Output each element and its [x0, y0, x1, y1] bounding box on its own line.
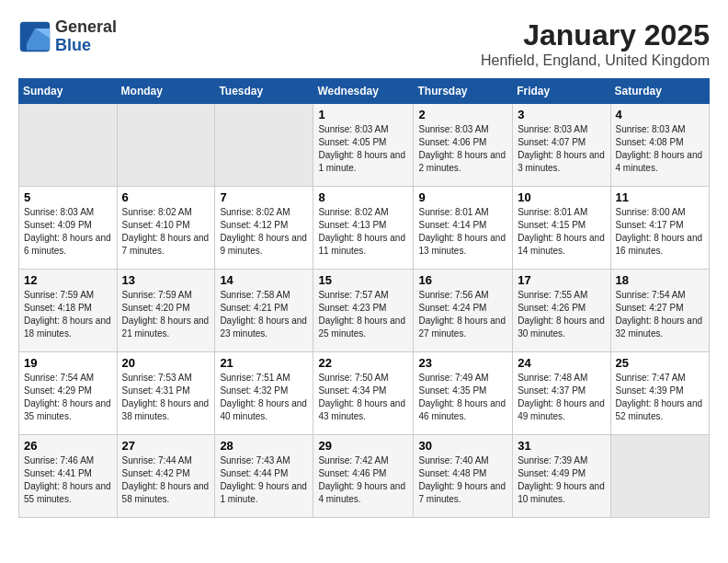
- calendar-cell: 17Sunrise: 7:55 AMSunset: 4:26 PMDayligh…: [513, 270, 610, 352]
- day-number: 24: [518, 356, 605, 370]
- day-info: Sunrise: 8:02 AMSunset: 4:12 PMDaylight:…: [220, 206, 308, 258]
- day-number: 16: [418, 273, 507, 287]
- day-number: 10: [518, 190, 605, 204]
- calendar-cell: 30Sunrise: 7:40 AMSunset: 4:48 PMDayligh…: [414, 435, 513, 518]
- weekday-header-friday: Friday: [513, 79, 610, 104]
- day-number: 23: [418, 356, 507, 370]
- calendar-cell: 18Sunrise: 7:54 AMSunset: 4:27 PMDayligh…: [610, 270, 709, 352]
- calendar-cell: 15Sunrise: 7:57 AMSunset: 4:23 PMDayligh…: [313, 270, 414, 352]
- page-title: January 2025: [481, 18, 710, 52]
- day-number: 11: [616, 190, 704, 204]
- day-number: 6: [122, 190, 210, 204]
- day-info: Sunrise: 7:56 AMSunset: 4:24 PMDaylight:…: [418, 289, 507, 340]
- day-number: 27: [122, 439, 210, 453]
- calendar-cell: 6Sunrise: 8:02 AMSunset: 4:10 PMDaylight…: [117, 187, 215, 270]
- day-info: Sunrise: 7:39 AMSunset: 4:49 PMDaylight:…: [518, 454, 605, 506]
- weekday-header-thursday: Thursday: [414, 79, 513, 104]
- calendar-cell: [19, 104, 118, 187]
- day-info: Sunrise: 7:51 AMSunset: 4:32 PMDaylight:…: [220, 372, 308, 423]
- calendar-cell: 21Sunrise: 7:51 AMSunset: 4:32 PMDayligh…: [215, 352, 313, 435]
- day-number: 26: [24, 439, 112, 453]
- page-subtitle: Henfield, England, United Kingdom: [481, 52, 710, 69]
- day-number: 13: [122, 273, 210, 287]
- day-info: Sunrise: 7:48 AMSunset: 4:37 PMDaylight:…: [518, 372, 605, 423]
- day-number: 12: [24, 273, 112, 287]
- day-info: Sunrise: 8:01 AMSunset: 4:15 PMDaylight:…: [518, 206, 605, 258]
- day-info: Sunrise: 8:03 AMSunset: 4:08 PMDaylight:…: [616, 123, 704, 175]
- calendar-cell: 29Sunrise: 7:42 AMSunset: 4:46 PMDayligh…: [313, 435, 414, 518]
- weekday-header-tuesday: Tuesday: [215, 79, 313, 104]
- day-number: 3: [518, 108, 605, 121]
- day-number: 2: [418, 108, 507, 121]
- day-info: Sunrise: 7:44 AMSunset: 4:42 PMDaylight:…: [122, 454, 210, 506]
- day-info: Sunrise: 7:59 AMSunset: 4:18 PMDaylight:…: [24, 289, 112, 340]
- day-number: 29: [318, 439, 408, 453]
- day-info: Sunrise: 7:50 AMSunset: 4:34 PMDaylight:…: [318, 372, 408, 423]
- weekday-header-sunday: Sunday: [19, 79, 118, 104]
- day-info: Sunrise: 7:59 AMSunset: 4:20 PMDaylight:…: [122, 289, 210, 340]
- calendar-cell: 4Sunrise: 8:03 AMSunset: 4:08 PMDaylight…: [610, 104, 709, 187]
- day-number: 9: [418, 190, 507, 204]
- title-area: January 2025 Henfield, England, United K…: [481, 18, 710, 69]
- calendar-cell: 19Sunrise: 7:54 AMSunset: 4:29 PMDayligh…: [19, 352, 118, 435]
- calendar-cell: 8Sunrise: 8:02 AMSunset: 4:13 PMDaylight…: [313, 187, 414, 270]
- day-info: Sunrise: 7:53 AMSunset: 4:31 PMDaylight:…: [122, 372, 210, 423]
- day-number: 28: [220, 439, 308, 453]
- day-number: 4: [616, 108, 704, 121]
- day-info: Sunrise: 7:58 AMSunset: 4:21 PMDaylight:…: [220, 289, 308, 340]
- day-number: 20: [122, 356, 210, 370]
- day-info: Sunrise: 8:03 AMSunset: 4:06 PMDaylight:…: [418, 123, 507, 175]
- logo-blue: Blue: [55, 37, 117, 55]
- day-info: Sunrise: 7:49 AMSunset: 4:35 PMDaylight:…: [418, 372, 507, 423]
- day-number: 21: [220, 356, 308, 370]
- calendar-cell: 12Sunrise: 7:59 AMSunset: 4:18 PMDayligh…: [19, 270, 118, 352]
- calendar-week-row: 19Sunrise: 7:54 AMSunset: 4:29 PMDayligh…: [19, 352, 710, 435]
- calendar-header-row: SundayMondayTuesdayWednesdayThursdayFrid…: [19, 79, 710, 104]
- calendar-week-row: 1Sunrise: 8:03 AMSunset: 4:05 PMDaylight…: [19, 104, 710, 187]
- calendar-cell: 2Sunrise: 8:03 AMSunset: 4:06 PMDaylight…: [414, 104, 513, 187]
- day-info: Sunrise: 7:55 AMSunset: 4:26 PMDaylight:…: [518, 289, 605, 340]
- weekday-header-saturday: Saturday: [610, 79, 709, 104]
- calendar-cell: 16Sunrise: 7:56 AMSunset: 4:24 PMDayligh…: [414, 270, 513, 352]
- day-number: 31: [518, 439, 605, 453]
- calendar-cell: 27Sunrise: 7:44 AMSunset: 4:42 PMDayligh…: [117, 435, 215, 518]
- weekday-header-monday: Monday: [117, 79, 215, 104]
- calendar-cell: 11Sunrise: 8:00 AMSunset: 4:17 PMDayligh…: [610, 187, 709, 270]
- day-number: 15: [318, 273, 408, 287]
- calendar-cell: [610, 435, 709, 518]
- logo-text: General Blue: [55, 18, 117, 55]
- logo-icon: [18, 20, 51, 53]
- calendar-week-row: 5Sunrise: 8:03 AMSunset: 4:09 PMDaylight…: [19, 187, 710, 270]
- day-info: Sunrise: 8:02 AMSunset: 4:10 PMDaylight:…: [122, 206, 210, 258]
- calendar-cell: 26Sunrise: 7:46 AMSunset: 4:41 PMDayligh…: [19, 435, 118, 518]
- day-number: 18: [616, 273, 704, 287]
- calendar-cell: 24Sunrise: 7:48 AMSunset: 4:37 PMDayligh…: [513, 352, 610, 435]
- calendar-cell: 5Sunrise: 8:03 AMSunset: 4:09 PMDaylight…: [19, 187, 118, 270]
- calendar-cell: 28Sunrise: 7:43 AMSunset: 4:44 PMDayligh…: [215, 435, 313, 518]
- day-number: 22: [318, 356, 408, 370]
- calendar-cell: [215, 104, 313, 187]
- calendar-cell: 9Sunrise: 8:01 AMSunset: 4:14 PMDaylight…: [414, 187, 513, 270]
- day-number: 30: [418, 439, 507, 453]
- logo-general: General: [55, 18, 117, 37]
- day-number: 8: [318, 190, 408, 204]
- calendar-cell: 10Sunrise: 8:01 AMSunset: 4:15 PMDayligh…: [513, 187, 610, 270]
- day-info: Sunrise: 8:00 AMSunset: 4:17 PMDaylight:…: [616, 206, 704, 258]
- day-number: 14: [220, 273, 308, 287]
- day-info: Sunrise: 8:03 AMSunset: 4:07 PMDaylight:…: [518, 123, 605, 175]
- day-info: Sunrise: 7:54 AMSunset: 4:27 PMDaylight:…: [616, 289, 704, 340]
- day-number: 25: [616, 356, 704, 370]
- day-number: 1: [318, 108, 408, 121]
- weekday-header-wednesday: Wednesday: [313, 79, 414, 104]
- day-info: Sunrise: 7:47 AMSunset: 4:39 PMDaylight:…: [616, 372, 704, 423]
- calendar-cell: 13Sunrise: 7:59 AMSunset: 4:20 PMDayligh…: [117, 270, 215, 352]
- day-info: Sunrise: 8:02 AMSunset: 4:13 PMDaylight:…: [318, 206, 408, 258]
- day-info: Sunrise: 7:54 AMSunset: 4:29 PMDaylight:…: [24, 372, 112, 423]
- calendar-cell: 23Sunrise: 7:49 AMSunset: 4:35 PMDayligh…: [414, 352, 513, 435]
- day-info: Sunrise: 7:43 AMSunset: 4:44 PMDaylight:…: [220, 454, 308, 506]
- calendar-cell: 3Sunrise: 8:03 AMSunset: 4:07 PMDaylight…: [513, 104, 610, 187]
- calendar-cell: 20Sunrise: 7:53 AMSunset: 4:31 PMDayligh…: [117, 352, 215, 435]
- day-info: Sunrise: 8:03 AMSunset: 4:05 PMDaylight:…: [318, 123, 408, 175]
- day-info: Sunrise: 8:03 AMSunset: 4:09 PMDaylight:…: [24, 206, 112, 258]
- calendar-cell: 31Sunrise: 7:39 AMSunset: 4:49 PMDayligh…: [513, 435, 610, 518]
